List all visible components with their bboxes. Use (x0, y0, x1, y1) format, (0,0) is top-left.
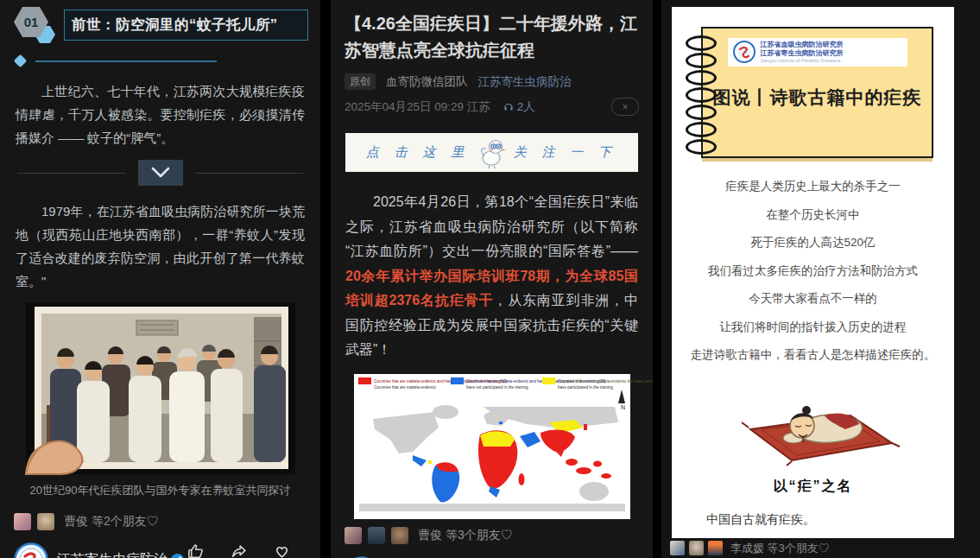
intro-line: 让我们将时间的指针拨入历史的进程 (672, 320, 954, 335)
logo-line-1: 江苏省血吸虫病防治研究所 (761, 41, 844, 49)
section-title: 前世：防空洞里的“蚊子托儿所” (64, 10, 308, 41)
section-heading: 以“疟”之名 (672, 478, 954, 496)
divider (17, 173, 126, 174)
intro-line: 今天带大家看点不一样的 (672, 291, 954, 307)
action-bar: 16 22 7 写留言 (515, 555, 653, 558)
heart-icon (272, 542, 292, 558)
close-button[interactable]: × (611, 98, 639, 116)
action-bar: 10 39 7 写留言 (184, 542, 320, 558)
comment-plus-icon (650, 555, 653, 558)
share-arrow-icon (229, 542, 249, 558)
notebook-title: 图说丨诗歌古籍中的疟疾 (703, 86, 932, 110)
article-title: 【4.26全国疟疾日】二十年援外路，江苏智慧点亮全球抗疟征程 (345, 10, 639, 64)
share-button[interactable]: 22 (558, 555, 580, 558)
intro-line: 我们看过太多疟疾的治疗方法和防治方式 (672, 263, 954, 279)
divider (35, 60, 217, 62)
account-bar: 江苏寄生虫病防治 10 39 7 (14, 542, 307, 558)
listen-control[interactable]: 2人 (503, 99, 535, 115)
article-panel-middle: 【4.26全国疟疾日】二十年援外路，江苏智慧点亮全球抗疟征程 原创 血寄防微信团… (331, 0, 653, 558)
friends-like-row: 李成媛 等3个朋友♡ (661, 538, 980, 558)
binder-ring-icon (686, 35, 717, 51)
like-button[interactable]: 10 (184, 542, 206, 558)
intro-line: 走进诗歌古籍中，看看古人是怎样描述疟疾的。 (672, 347, 954, 363)
listener-count: 2人 (517, 99, 535, 115)
heart-icon (603, 555, 623, 558)
collapse-divider (17, 160, 303, 186)
follow-banner[interactable]: 点 击 这 里 关 注 一 下 (345, 133, 638, 172)
body-paragraph: 2025年4月26日，第18个“全国疟疾日”来临之际，江苏省血吸虫病防治研究所（… (345, 190, 638, 363)
friend-avatar[interactable] (37, 513, 54, 530)
collapse-button[interactable] (138, 160, 183, 186)
thumbs-up-icon (516, 555, 536, 558)
sick-ancient-man-illustration[interactable] (723, 376, 904, 466)
thumbs-up-icon (186, 542, 205, 558)
number-badge: 01 (14, 7, 55, 43)
comment-button[interactable]: 写留言 (313, 542, 320, 558)
svg-text:have not participated in the t: have not participated in the training (466, 385, 528, 390)
share-button[interactable]: 39 (227, 542, 250, 558)
friends-text: 曹俊 等3个朋友♡ (418, 528, 513, 543)
binder-ring-icon (686, 70, 717, 86)
svg-text:have participated in the train: have participated in the training (558, 385, 613, 390)
bird-mascot-icon (474, 136, 510, 170)
body-paragraph: 中国自古就有疟疾。 (706, 510, 920, 528)
map-legend-yellow: Countries that are not malaria-endemic b… (558, 379, 654, 384)
friends-like-row: 曹俊 等3个朋友♡ (345, 527, 639, 544)
chevron-down-icon (150, 167, 171, 179)
binder-ring-icon (686, 122, 717, 137)
friends-text: 李成媛 等3个朋友♡ (730, 541, 830, 556)
svg-text:Countries that are malaria-end: Countries that are malaria-endemic (374, 385, 436, 390)
section-header: 01 前世：防空洞里的“蚊子托儿所” (14, 7, 308, 43)
divider (195, 173, 304, 174)
article-meta: 原创 血寄防微信团队 江苏寄生虫病防治 (345, 73, 639, 90)
world-map-image[interactable]: Countries that are malaria-endemic and h… (354, 374, 630, 519)
original-badge: 原创 (345, 73, 376, 90)
heart-button[interactable]: 7 (270, 542, 293, 558)
intro-line: 疟疾是人类历史上最大的杀手之一 (672, 179, 954, 194)
friends-text: 曹俊 等2个朋友♡ (64, 514, 159, 529)
sparkle-icon (14, 54, 28, 68)
account-name[interactable]: 江苏寄生虫病防治 (57, 551, 168, 558)
binder-ring-icon (686, 53, 717, 68)
headphones-icon (503, 101, 515, 112)
friend-avatar[interactable] (670, 541, 685, 555)
comment-plus-icon (319, 542, 320, 558)
friend-avatar[interactable] (368, 527, 385, 544)
notebook-cover: 江苏省血吸虫病防治研究所 江苏省寄生虫病防治研究所 Jiangsu Instit… (701, 27, 933, 158)
account-bar: 江苏寄生虫病防治 16 22 7 (345, 555, 639, 558)
map-north-label: N (621, 404, 625, 410)
banner-right-text: 关 注 一 下 (514, 144, 617, 161)
author-name: 血寄防微信团队 (386, 74, 468, 90)
logo-line-3: Jiangsu Institute of Parasitic Diseases (761, 58, 844, 64)
paragraph-text: 2025年4月26日，第18个“全国疟疾日”来临之际，江苏省血吸虫病防治研究所（… (345, 194, 638, 258)
friend-avatar[interactable] (14, 513, 31, 530)
decorative-rule (16, 56, 320, 66)
article-panel-right: 江苏省血吸虫病防治研究所 江苏省寄生虫病防治研究所 Jiangsu Instit… (661, 0, 980, 558)
account-logo[interactable] (14, 542, 48, 558)
friends-like-row: 曹俊 等2个朋友♡ (14, 513, 307, 530)
share-arrow-icon (560, 555, 579, 558)
friend-avatar[interactable] (708, 541, 723, 555)
binder-ring-icon (686, 87, 717, 103)
intro-line: 在整个历史长河中 (672, 207, 954, 223)
body-paragraph: 1979年，在江苏省血吸虫病防治研究所一块荒地（现西苑山庄地块西南部），一群“养… (16, 200, 305, 293)
friend-avatar[interactable] (689, 541, 704, 555)
account-link[interactable]: 江苏寄生虫病防治 (478, 74, 572, 90)
article-page: 江苏省血吸虫病防治研究所 江苏省寄生虫病防治研究所 Jiangsu Instit… (672, 7, 954, 538)
comment-button[interactable]: 写留言 (644, 555, 653, 558)
intro-line: 死于疟疾的人高达520亿 (672, 235, 954, 250)
banner-left-text: 点 击 这 里 (366, 144, 470, 161)
group-photo-image[interactable] (26, 303, 295, 474)
heart-button[interactable]: 7 (601, 555, 623, 558)
logo-line-2: 江苏省寄生虫病防治研究所 (761, 49, 844, 58)
date-row: 2025年04月25日 09:29 江苏 2人 × (345, 98, 639, 116)
article-panel-left: 01 前世：防空洞里的“蚊子托儿所” 上世纪六、七十年代，江苏两次大规模疟疾疫情… (0, 0, 320, 558)
publish-date: 2025年04月25日 09:29 江苏 (345, 99, 490, 115)
binder-ring-icon (686, 139, 717, 155)
like-button[interactable]: 16 (515, 555, 537, 558)
body-paragraph: 上世纪六、七十年代，江苏两次大规模疟疾疫情肆虐，千万人被感染。要控制疟疾，必须摸… (16, 79, 305, 149)
institute-logo: 江苏省血吸虫病防治研究所 江苏省寄生虫病防治研究所 Jiangsu Instit… (728, 38, 907, 67)
intro-text-block: 疟疾是人类历史上最大的杀手之一 在整个历史长河中 死于疟疾的人高达520亿 我们… (672, 179, 954, 363)
friend-avatar[interactable] (391, 527, 408, 544)
friend-avatar[interactable] (345, 527, 362, 544)
